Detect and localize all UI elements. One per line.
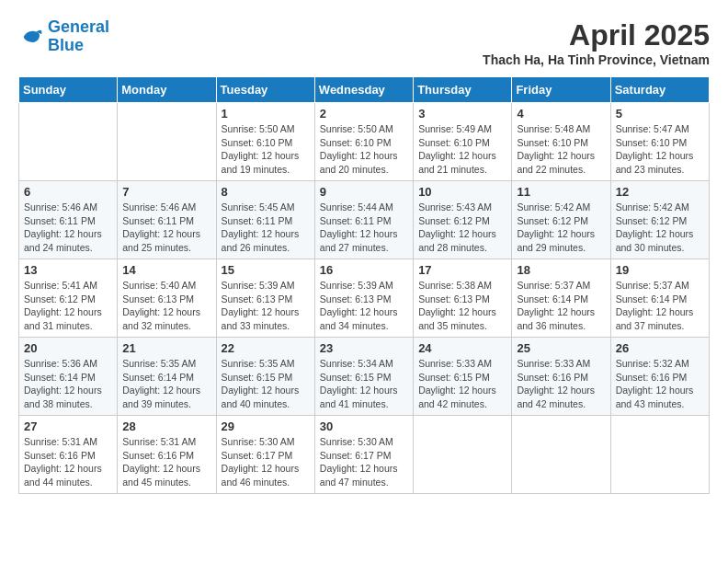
day-number: 17 xyxy=(418,263,506,277)
calendar-cell: 5Sunrise: 5:47 AM Sunset: 6:10 PM Daylig… xyxy=(610,103,709,181)
header-friday: Friday xyxy=(512,77,610,103)
calendar-cell: 7Sunrise: 5:46 AM Sunset: 6:11 PM Daylig… xyxy=(118,181,216,259)
calendar-cell: 23Sunrise: 5:34 AM Sunset: 6:15 PM Dayli… xyxy=(314,338,413,416)
calendar-cell xyxy=(610,416,709,494)
calendar-cell: 29Sunrise: 5:30 AM Sunset: 6:17 PM Dayli… xyxy=(216,416,314,494)
day-info: Sunrise: 5:40 AM Sunset: 6:13 PM Dayligh… xyxy=(122,279,210,333)
day-number: 1 xyxy=(222,107,310,121)
calendar-cell: 11Sunrise: 5:42 AM Sunset: 6:12 PM Dayli… xyxy=(512,181,610,259)
day-number: 28 xyxy=(122,419,210,433)
calendar-cell: 18Sunrise: 5:37 AM Sunset: 6:14 PM Dayli… xyxy=(512,259,610,338)
header-tuesday: Tuesday xyxy=(216,77,314,103)
day-number: 21 xyxy=(122,341,210,355)
day-info: Sunrise: 5:31 AM Sunset: 6:16 PM Dayligh… xyxy=(24,435,112,489)
calendar-cell: 26Sunrise: 5:32 AM Sunset: 6:16 PM Dayli… xyxy=(610,338,709,416)
day-number: 15 xyxy=(222,263,310,277)
calendar-cell: 25Sunrise: 5:33 AM Sunset: 6:16 PM Dayli… xyxy=(512,338,610,416)
calendar-cell: 27Sunrise: 5:31 AM Sunset: 6:16 PM Dayli… xyxy=(19,416,118,494)
header-thursday: Thursday xyxy=(414,77,512,103)
day-info: Sunrise: 5:45 AM Sunset: 6:11 PM Dayligh… xyxy=(222,201,310,255)
day-number: 2 xyxy=(320,107,408,121)
day-number: 9 xyxy=(320,185,408,199)
calendar-week-row: 6Sunrise: 5:46 AM Sunset: 6:11 PM Daylig… xyxy=(19,181,710,259)
calendar-cell: 16Sunrise: 5:39 AM Sunset: 6:13 PM Dayli… xyxy=(314,259,413,338)
day-info: Sunrise: 5:50 AM Sunset: 6:10 PM Dayligh… xyxy=(320,122,408,177)
calendar-cell: 20Sunrise: 5:36 AM Sunset: 6:14 PM Dayli… xyxy=(19,338,118,416)
calendar-cell: 21Sunrise: 5:35 AM Sunset: 6:14 PM Dayli… xyxy=(118,338,216,416)
header: GeneralBlue April 2025 Thach Ha, Ha Tinh… xyxy=(18,18,710,67)
title-area: April 2025 Thach Ha, Ha Tinh Province, V… xyxy=(483,18,710,67)
calendar-cell: 14Sunrise: 5:40 AM Sunset: 6:13 PM Dayli… xyxy=(118,259,216,338)
calendar-cell: 12Sunrise: 5:42 AM Sunset: 6:12 PM Dayli… xyxy=(610,181,709,259)
day-number: 26 xyxy=(616,341,704,355)
day-number: 27 xyxy=(24,419,112,433)
day-number: 7 xyxy=(122,185,210,199)
day-number: 11 xyxy=(517,185,605,199)
day-number: 14 xyxy=(122,263,210,277)
day-info: Sunrise: 5:43 AM Sunset: 6:12 PM Dayligh… xyxy=(418,201,506,255)
calendar-cell: 8Sunrise: 5:45 AM Sunset: 6:11 PM Daylig… xyxy=(216,181,314,259)
calendar-cell: 28Sunrise: 5:31 AM Sunset: 6:16 PM Dayli… xyxy=(118,416,216,494)
day-info: Sunrise: 5:39 AM Sunset: 6:13 PM Dayligh… xyxy=(222,279,310,333)
day-number: 19 xyxy=(616,263,704,277)
calendar-week-row: 27Sunrise: 5:31 AM Sunset: 6:16 PM Dayli… xyxy=(19,416,710,494)
day-number: 20 xyxy=(24,341,112,355)
day-number: 5 xyxy=(616,107,704,121)
location-subtitle: Thach Ha, Ha Tinh Province, Vietnam xyxy=(483,52,710,67)
header-saturday: Saturday xyxy=(610,77,709,103)
day-number: 25 xyxy=(517,341,605,355)
day-info: Sunrise: 5:34 AM Sunset: 6:15 PM Dayligh… xyxy=(320,357,408,411)
day-info: Sunrise: 5:44 AM Sunset: 6:11 PM Dayligh… xyxy=(320,201,408,255)
header-monday: Monday xyxy=(118,77,216,103)
day-number: 13 xyxy=(24,263,112,277)
calendar-table: SundayMondayTuesdayWednesdayThursdayFrid… xyxy=(18,76,710,494)
calendar-cell: 1Sunrise: 5:50 AM Sunset: 6:10 PM Daylig… xyxy=(216,103,314,181)
day-info: Sunrise: 5:33 AM Sunset: 6:15 PM Dayligh… xyxy=(418,357,506,411)
day-info: Sunrise: 5:48 AM Sunset: 6:10 PM Dayligh… xyxy=(517,122,605,177)
calendar-cell: 4Sunrise: 5:48 AM Sunset: 6:10 PM Daylig… xyxy=(512,103,610,181)
calendar-cell xyxy=(19,103,118,181)
day-number: 24 xyxy=(418,341,506,355)
calendar-cell: 2Sunrise: 5:50 AM Sunset: 6:10 PM Daylig… xyxy=(314,103,413,181)
day-info: Sunrise: 5:30 AM Sunset: 6:17 PM Dayligh… xyxy=(222,435,310,489)
calendar-header-row: SundayMondayTuesdayWednesdayThursdayFrid… xyxy=(19,77,710,103)
day-info: Sunrise: 5:33 AM Sunset: 6:16 PM Dayligh… xyxy=(517,357,605,411)
day-number: 16 xyxy=(320,263,408,277)
calendar-week-row: 13Sunrise: 5:41 AM Sunset: 6:12 PM Dayli… xyxy=(19,259,710,338)
day-number: 22 xyxy=(222,341,310,355)
calendar-cell xyxy=(512,416,610,494)
day-info: Sunrise: 5:30 AM Sunset: 6:17 PM Dayligh… xyxy=(320,435,408,489)
calendar-cell: 24Sunrise: 5:33 AM Sunset: 6:15 PM Dayli… xyxy=(414,338,512,416)
calendar-cell: 6Sunrise: 5:46 AM Sunset: 6:11 PM Daylig… xyxy=(19,181,118,259)
day-info: Sunrise: 5:47 AM Sunset: 6:10 PM Dayligh… xyxy=(616,122,704,177)
calendar-cell: 17Sunrise: 5:38 AM Sunset: 6:13 PM Dayli… xyxy=(414,259,512,338)
day-number: 10 xyxy=(418,185,506,199)
calendar-cell: 15Sunrise: 5:39 AM Sunset: 6:13 PM Dayli… xyxy=(216,259,314,338)
calendar-cell xyxy=(414,416,512,494)
day-number: 8 xyxy=(222,185,310,199)
day-number: 12 xyxy=(616,185,704,199)
calendar-week-row: 1Sunrise: 5:50 AM Sunset: 6:10 PM Daylig… xyxy=(19,103,710,181)
header-wednesday: Wednesday xyxy=(314,77,413,103)
day-info: Sunrise: 5:35 AM Sunset: 6:15 PM Dayligh… xyxy=(222,357,310,411)
day-info: Sunrise: 5:31 AM Sunset: 6:16 PM Dayligh… xyxy=(122,435,210,489)
day-info: Sunrise: 5:50 AM Sunset: 6:10 PM Dayligh… xyxy=(222,122,310,177)
day-number: 29 xyxy=(222,419,310,433)
day-number: 30 xyxy=(320,419,408,433)
calendar-cell: 9Sunrise: 5:44 AM Sunset: 6:11 PM Daylig… xyxy=(314,181,413,259)
calendar-cell xyxy=(118,103,216,181)
day-info: Sunrise: 5:36 AM Sunset: 6:14 PM Dayligh… xyxy=(24,357,112,411)
calendar-cell: 10Sunrise: 5:43 AM Sunset: 6:12 PM Dayli… xyxy=(414,181,512,259)
calendar-cell: 13Sunrise: 5:41 AM Sunset: 6:12 PM Dayli… xyxy=(19,259,118,338)
calendar-cell: 30Sunrise: 5:30 AM Sunset: 6:17 PM Dayli… xyxy=(314,416,413,494)
day-info: Sunrise: 5:46 AM Sunset: 6:11 PM Dayligh… xyxy=(122,201,210,255)
logo-icon xyxy=(18,24,44,50)
day-info: Sunrise: 5:42 AM Sunset: 6:12 PM Dayligh… xyxy=(517,201,605,255)
calendar-cell: 22Sunrise: 5:35 AM Sunset: 6:15 PM Dayli… xyxy=(216,338,314,416)
day-info: Sunrise: 5:42 AM Sunset: 6:12 PM Dayligh… xyxy=(616,201,704,255)
header-sunday: Sunday xyxy=(19,77,118,103)
day-number: 4 xyxy=(517,107,605,121)
day-info: Sunrise: 5:37 AM Sunset: 6:14 PM Dayligh… xyxy=(517,279,605,333)
day-info: Sunrise: 5:41 AM Sunset: 6:12 PM Dayligh… xyxy=(24,279,112,333)
day-info: Sunrise: 5:32 AM Sunset: 6:16 PM Dayligh… xyxy=(616,357,704,411)
